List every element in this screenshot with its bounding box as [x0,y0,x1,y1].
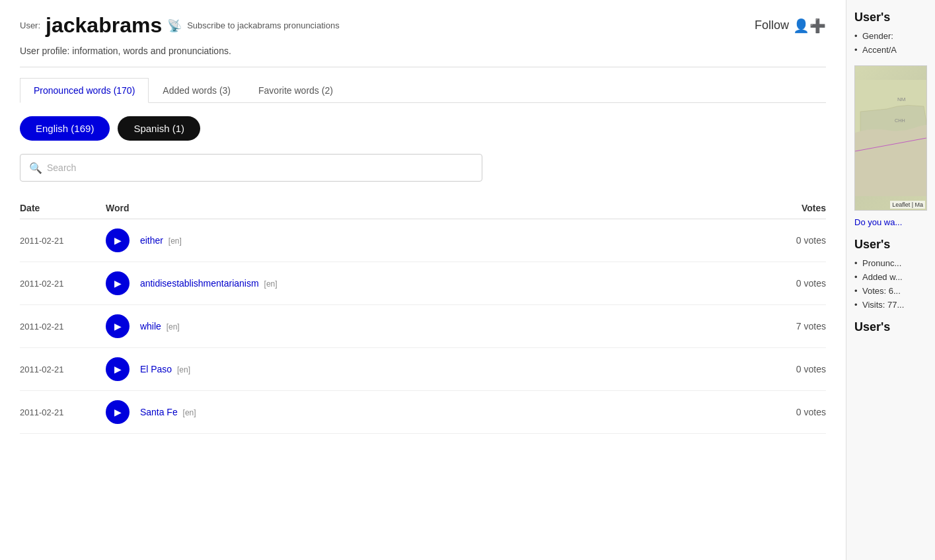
date-cell: 2011-02-21 [20,219,106,262]
sidebar-user-stats-title: User's [854,238,927,252]
play-button[interactable]: ▶ [106,357,130,381]
map-image: NM CHH Leaflet | Ma [855,66,926,210]
lang-tag: [en] [264,279,278,289]
word-link[interactable]: El Paso [140,364,172,374]
word-cell: ▶ either [en] [106,219,720,262]
date-cell: 2011-02-21 [20,262,106,305]
language-buttons: English (169) Spanish (1) [20,116,826,141]
word-cell: ▶ El Paso [en] [106,348,720,391]
username: jackabrams [46,13,162,38]
right-sidebar: User's Gender: Accent/A NM CHH Leaflet |… [846,0,935,560]
play-button[interactable]: ▶ [106,314,130,338]
word-cell: ▶ antidisestablishmentarianism [en] [106,262,720,305]
search-icon: 🔍 [29,162,42,174]
sidebar-pronounced-stat: Pronunc... [854,258,927,268]
tabs-container: Pronounced words (170) Added words (3) F… [20,78,826,103]
profile-description: User profile: information, words and pro… [20,46,826,67]
user-label: User: [20,20,40,30]
table-row: 2011-02-21 ▶ either [en] 0 votes [20,219,826,262]
search-wrapper: 🔍 [20,154,826,182]
lang-tag: [en] [167,322,180,332]
lang-tag: [en] [168,236,182,246]
votes-cell: 0 votes [720,219,826,262]
follow-button[interactable]: Follow 👤➕ [755,18,826,34]
table-row: 2011-02-21 ▶ antidisestablishmentarianis… [20,262,826,305]
votes-column-header: Votes [720,197,826,219]
tab-added-words[interactable]: Added words (3) [149,78,244,102]
sidebar-info-list: Gender: Accent/A [854,31,927,55]
page-header: User: jackabrams 📡 Subscribe to jackabra… [20,13,826,38]
words-table: Date Word Votes 2011-02-21 ▶ either [en]… [20,197,826,434]
votes-cell: 0 votes [720,262,826,305]
date-cell: 2011-02-21 [20,305,106,348]
tab-pronounced-words[interactable]: Pronounced words (170) [20,78,149,103]
do-you-want-link[interactable]: Do you wa... [854,217,927,227]
user-heading: User: jackabrams 📡 Subscribe to jackabra… [20,13,340,38]
date-column-header: Date [20,197,106,219]
sidebar-accent-item: Accent/A [854,45,927,55]
votes-cell: 0 votes [720,348,826,391]
svg-text:NM: NM [897,96,906,102]
sidebar-user-info-title: User's [854,11,927,24]
word-link[interactable]: either [140,235,163,246]
word-link[interactable]: while [140,321,161,332]
word-cell: ▶ Santa Fe [en] [106,391,720,434]
sidebar-stats-list: Pronunc... Added w... Votes: 6... Visits… [854,258,927,310]
table-header-row: Date Word Votes [20,197,826,219]
english-language-button[interactable]: English (169) [20,116,110,141]
sidebar-added-stat: Added w... [854,272,927,282]
svg-text:CHH: CHH [895,118,905,123]
word-link[interactable]: antidisestablishmentarianism [140,278,259,289]
spanish-language-button[interactable]: Spanish (1) [118,116,200,141]
lang-tag: [en] [183,408,196,417]
word-cell: ▶ while [en] [106,305,720,348]
tab-favorite-words[interactable]: Favorite words (2) [244,78,347,102]
play-button[interactable]: ▶ [106,400,130,424]
search-input[interactable] [20,154,482,182]
follow-label: Follow [755,18,789,32]
sidebar-gender-item: Gender: [854,31,927,41]
sidebar-user-section3-title: User's [854,320,927,334]
word-link[interactable]: Santa Fe [140,407,178,417]
subscribe-link[interactable]: Subscribe to jackabrams pronunciations [187,20,340,30]
follow-user-icon: 👤➕ [793,18,826,34]
play-button[interactable]: ▶ [106,271,130,295]
votes-cell: 7 votes [720,305,826,348]
word-column-header: Word [106,197,720,219]
sidebar-votes-stat: Votes: 6... [854,286,927,296]
date-cell: 2011-02-21 [20,391,106,434]
table-row: 2011-02-21 ▶ while [en] 7 votes [20,305,826,348]
votes-cell: 0 votes [720,391,826,434]
sidebar-visits-stat: Visits: 77... [854,300,927,310]
lang-tag: [en] [177,365,190,374]
play-button[interactable]: ▶ [106,228,130,252]
rss-icon[interactable]: 📡 [167,18,182,33]
leaflet-credit: Leaflet | Ma [890,201,925,209]
table-row: 2011-02-21 ▶ El Paso [en] 0 votes [20,348,826,391]
date-cell: 2011-02-21 [20,348,106,391]
table-row: 2011-02-21 ▶ Santa Fe [en] 0 votes [20,391,826,434]
map-container: NM CHH Leaflet | Ma [854,65,927,211]
